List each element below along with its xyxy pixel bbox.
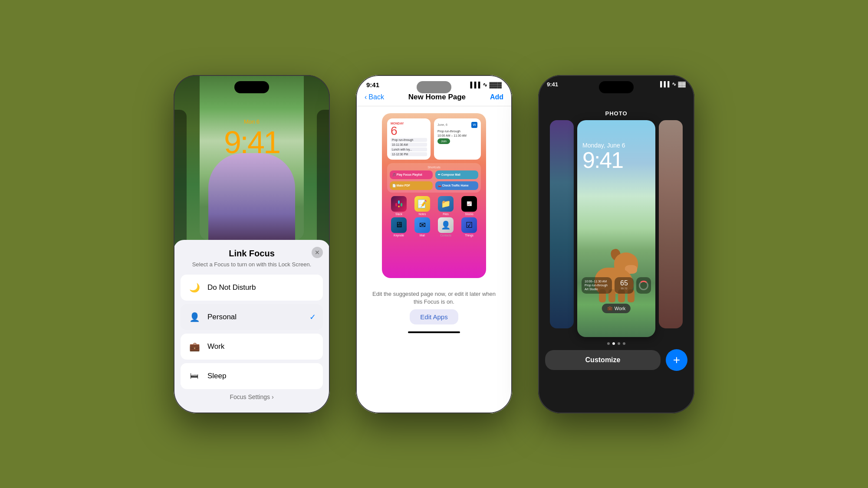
shortcut-compose-mail[interactable]: ✏ Compose Mail bbox=[435, 170, 478, 179]
dynamic-island-1 bbox=[234, 81, 269, 93]
girls-silhouette bbox=[208, 153, 295, 240]
work-badge: 💼 Work bbox=[602, 304, 631, 313]
back-button[interactable]: ‹ Back bbox=[365, 93, 384, 101]
focus-item-do-not-disturb[interactable]: 🌙 Do Not Disturb bbox=[181, 275, 323, 301]
files-label: Files bbox=[443, 213, 449, 216]
webex-header: June, 6 W bbox=[437, 122, 477, 128]
app-keynote[interactable]: 🖥 Keynote bbox=[389, 217, 409, 237]
widget-row-top: MONDAY 6 Prop run-through 10-11:30 AM Lu… bbox=[387, 118, 481, 160]
phone-2: 9:41 ▐▐▐ ∿ ▓▓▓ ‹ Back New Home Page Add … bbox=[356, 75, 512, 413]
shortcuts-row-2: 📄 Make PDF 🚗 Check Traffic Home bbox=[390, 181, 478, 190]
edit-apps-button[interactable]: Edit Apps bbox=[410, 309, 458, 324]
shortcut-make-pdf[interactable]: 📄 Make PDF bbox=[390, 181, 433, 190]
webex-widget: June, 6 W Prop run-through 10:00 AM – 11… bbox=[434, 118, 481, 160]
wifi-icon-3: ∿ bbox=[672, 81, 676, 88]
bottom-controls: Customize + bbox=[538, 345, 694, 375]
app-things[interactable]: ☑ Things bbox=[459, 217, 479, 237]
shortcut-traffic[interactable]: 🚗 Check Traffic Home bbox=[435, 181, 478, 190]
signal-icon-3: ▐▐▐ bbox=[658, 81, 670, 88]
event-name: Prop run-through bbox=[585, 283, 609, 287]
home-page-preview: MONDAY 6 Prop run-through 10-11:30 AM Lu… bbox=[382, 113, 486, 278]
battery-icon-3: ▓▓ bbox=[678, 81, 686, 88]
notes-label: Notes bbox=[419, 213, 426, 216]
apps-grid-1: Slack 📝 Notes 📁 Files 📈 Stocks bbox=[387, 196, 481, 216]
dot-3 bbox=[618, 342, 620, 345]
page-title: New Home Page bbox=[408, 93, 466, 102]
temp-range: 55 72 bbox=[618, 287, 631, 290]
temp-value: 65 bbox=[618, 279, 631, 287]
time-area: Mon 6 9:41 bbox=[174, 118, 330, 158]
link-focus-modal: ✕ Link Focus Select a Focus to turn on w… bbox=[174, 240, 330, 413]
join-button[interactable]: Join bbox=[437, 138, 450, 144]
webex-time: 10:00 AM – 11:30 AM bbox=[437, 134, 477, 137]
app-files[interactable]: 📁 Files bbox=[436, 196, 456, 216]
app-stocks[interactable]: 📈 Stocks bbox=[459, 196, 479, 216]
phone-3: 9:41 ▐▐▐ ∿ ▓▓ PHOTO bbox=[538, 75, 694, 413]
signal-icon: ▐▐▐ bbox=[468, 82, 480, 88]
checkmark-icon: ✓ bbox=[309, 312, 316, 322]
lock-clock: 9:41 bbox=[582, 149, 650, 171]
dot-1 bbox=[607, 342, 610, 345]
bed-icon: 🛏 bbox=[187, 369, 201, 383]
home-indicator bbox=[408, 331, 460, 333]
notes-icon: 📝 bbox=[414, 196, 430, 212]
cal-event-time-1: 10-11:30 AM bbox=[391, 143, 427, 147]
mail-label: Mail bbox=[420, 234, 425, 237]
shortcut-play-playlist[interactable]: 🎵 Play Focus Playlist bbox=[390, 170, 433, 179]
app-contacts[interactable]: 👤 Contacts bbox=[436, 217, 456, 237]
modal-title: Link Focus bbox=[181, 249, 323, 259]
chevron-left-icon: ‹ bbox=[365, 93, 367, 101]
svg-rect-2 bbox=[401, 203, 402, 206]
description-text: Edit the suggested page now, or edit it … bbox=[356, 285, 512, 309]
cal-event-2: Lunch with Ivy... bbox=[391, 147, 427, 151]
focus-label-do-not-disturb: Do Not Disturb bbox=[207, 283, 316, 292]
dynamic-island-3 bbox=[599, 81, 634, 93]
status-icons-3: ▐▐▐ ∿ ▓▓ bbox=[658, 81, 686, 88]
add-button[interactable]: Add bbox=[490, 93, 503, 101]
add-button-3[interactable]: + bbox=[666, 349, 687, 371]
widget-row: 10:00–11:30 AM Prop run-through Art Stud… bbox=[582, 277, 651, 293]
app-notes[interactable]: 📝 Notes bbox=[412, 196, 432, 216]
cal-event-time-2: 12-12:30 PM bbox=[391, 152, 427, 156]
dynamic-island-2 bbox=[417, 81, 451, 93]
phone3-content: 9:41 ▐▐▐ ∿ ▓▓ PHOTO bbox=[538, 75, 694, 413]
briefcase-icon: 💼 bbox=[187, 340, 201, 354]
focus-label-sleep: Sleep bbox=[207, 372, 316, 380]
status-time-2: 9:41 bbox=[366, 81, 379, 88]
keynote-icon: 🖥 bbox=[391, 217, 407, 233]
activity-ring bbox=[639, 281, 648, 290]
phone2-content: 9:41 ▐▐▐ ∿ ▓▓▓ ‹ Back New Home Page Add … bbox=[356, 75, 512, 413]
side-panel-right-3 bbox=[659, 120, 683, 328]
phone-1: Mon 6 9:41 ✕ Link Focus Select a Focus t… bbox=[174, 75, 330, 413]
app-slack[interactable]: Slack bbox=[389, 196, 409, 216]
battery-icon: ▓▓▓ bbox=[490, 82, 502, 88]
mail-icon: ✉ bbox=[414, 217, 430, 233]
focus-item-sleep[interactable]: 🛏 Sleep bbox=[181, 363, 323, 389]
focus-settings-link[interactable]: Focus Settings › bbox=[181, 393, 323, 400]
person-icon: 👤 bbox=[187, 310, 201, 324]
activity-widget bbox=[636, 277, 651, 293]
focus-label-personal: Personal bbox=[207, 313, 309, 321]
things-icon: ☑ bbox=[461, 217, 477, 233]
svg-rect-1 bbox=[398, 200, 400, 204]
keynote-label: Keynote bbox=[394, 234, 404, 237]
briefcase-badge-icon: 💼 bbox=[607, 306, 612, 311]
focus-item-personal[interactable]: 👤 Personal ✓ bbox=[181, 304, 323, 330]
dot-2 bbox=[612, 342, 615, 345]
date-time-overlay: Monday, June 6 9:41 bbox=[582, 142, 650, 171]
stocks-label: Stocks bbox=[465, 213, 473, 216]
svg-rect-3 bbox=[398, 206, 400, 207]
focus-label-work: Work bbox=[207, 342, 316, 351]
customize-button[interactable]: Customize bbox=[545, 350, 661, 370]
temp-widget: 65 55 72 bbox=[615, 277, 634, 293]
shortcuts-label: Shortcuts bbox=[390, 166, 478, 169]
focus-item-work[interactable]: 💼 Work bbox=[181, 334, 323, 360]
phone1-date: Mon 6 bbox=[174, 118, 330, 125]
app-mail[interactable]: ✉ Mail bbox=[412, 217, 432, 237]
wallpaper-panels: Monday, June 6 9:41 10:00–11:30 AM Prop … bbox=[538, 120, 694, 337]
status-icons: ▐▐▐ ∿ ▓▓▓ bbox=[468, 82, 502, 88]
contacts-icon: 👤 bbox=[438, 217, 454, 233]
main-wallpaper-panel: Monday, June 6 9:41 10:00–11:30 AM Prop … bbox=[577, 120, 655, 337]
modal-close-button[interactable]: ✕ bbox=[312, 247, 323, 258]
side-panel-left-3 bbox=[550, 120, 574, 328]
